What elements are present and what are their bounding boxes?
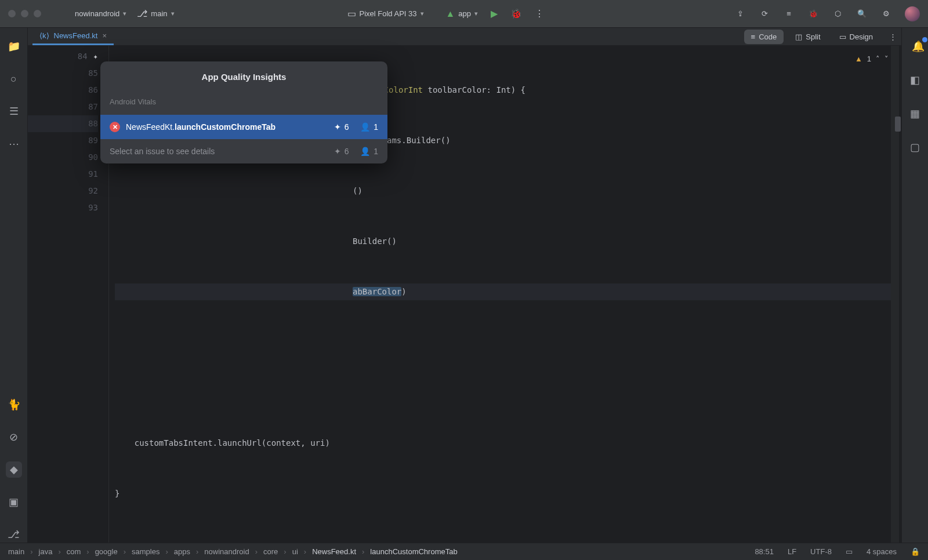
breadcrumb[interactable]: main›java›com›google›samples›apps›nowina… bbox=[8, 547, 458, 556]
breadcrumb-segment[interactable]: launchCustomChromeTab bbox=[370, 547, 457, 556]
warning-count: 1 bbox=[867, 50, 871, 67]
indent-setting[interactable]: 4 spaces bbox=[867, 547, 897, 556]
settings-gear-icon[interactable]: ⚙ bbox=[880, 8, 892, 20]
notification-badge bbox=[922, 37, 927, 42]
popup-issue-row[interactable]: ✕ NewsFeedKt.launchCustomChromeTab ✦6 👤1 bbox=[100, 115, 387, 139]
caret-position[interactable]: 88:51 bbox=[755, 547, 774, 556]
more-actions-icon[interactable]: ⋮ bbox=[535, 8, 544, 19]
breadcrumb-segment[interactable]: java bbox=[39, 547, 53, 556]
file-encoding[interactable]: UTF-8 bbox=[810, 547, 832, 556]
title-bar: nowinandroid ▾ ⎇ main ▾ ▭ Pixel Fold API… bbox=[0, 0, 928, 28]
line-separator[interactable]: LF bbox=[788, 547, 796, 556]
lock-icon[interactable]: 🔒 bbox=[911, 547, 920, 556]
device-selector[interactable]: ▭ Pixel Fold API 33 ▾ bbox=[347, 8, 424, 19]
breadcrumb-segment[interactable]: NewsFeed.kt bbox=[312, 547, 356, 556]
users-icon: 👤 bbox=[360, 143, 370, 160]
users-icon: 👤 bbox=[360, 119, 370, 136]
inspection-widget[interactable]: ▲ 1 ˄ ˅ bbox=[855, 50, 889, 67]
readonly-icon[interactable]: ▭ bbox=[846, 547, 853, 556]
project-tool-icon[interactable]: 📁 bbox=[6, 38, 22, 54]
next-highlight-icon[interactable]: ˅ bbox=[884, 50, 889, 67]
code-icon: ≡ bbox=[751, 32, 756, 41]
chevron-down-icon: ▾ bbox=[171, 10, 175, 17]
status-bar: main›java›com›google›samples›apps›nowina… bbox=[0, 543, 928, 560]
error-icon: ✕ bbox=[110, 122, 120, 132]
project-selector[interactable]: nowinandroid ▾ bbox=[75, 9, 126, 18]
split-icon: ◫ bbox=[795, 32, 802, 41]
events-icon: ✦ bbox=[334, 119, 341, 136]
project-name: nowinandroid bbox=[75, 9, 119, 18]
bookmarks-icon[interactable]: 🐈 bbox=[6, 397, 22, 413]
breadcrumb-segment[interactable]: google bbox=[95, 547, 118, 556]
file-tab-name: NewsFeed.kt bbox=[54, 31, 98, 40]
problems-icon[interactable]: ⊘ bbox=[6, 429, 22, 445]
version-control-icon[interactable]: ⎇ bbox=[6, 526, 22, 543]
insight-gutter-icon[interactable]: ✦ bbox=[93, 48, 98, 65]
window-controls bbox=[8, 10, 64, 17]
editor-scroll-thumb[interactable] bbox=[895, 117, 901, 132]
file-tab-newsfeed[interactable]: ⟨k⟩ NewsFeed.kt × bbox=[32, 28, 114, 45]
run-icon[interactable]: ▶ bbox=[491, 8, 498, 19]
main-area: ⟨k⟩ NewsFeed.kt × ≡Code ◫Split ▭Design ⋮… bbox=[28, 28, 901, 543]
more-tools-icon[interactable]: ⋯ bbox=[6, 136, 22, 152]
right-tool-strip: 🔔 ◧ ▦ ▢ bbox=[901, 28, 928, 543]
breadcrumb-segment[interactable]: apps bbox=[174, 547, 190, 556]
debug-tool-icon[interactable]: 🐞 bbox=[807, 8, 819, 20]
debug-icon[interactable]: 🐞 bbox=[510, 8, 522, 19]
branch-name: main bbox=[151, 9, 167, 18]
run-config-name: app bbox=[458, 9, 471, 18]
structure-tool-icon[interactable]: ☰ bbox=[6, 103, 22, 119]
chevron-down-icon: ▾ bbox=[123, 10, 126, 17]
breadcrumb-segment[interactable]: nowinandroid bbox=[204, 547, 249, 556]
insights-popup: App Quality Insights Android Vitals ✕ Ne… bbox=[100, 61, 387, 163]
user-avatar[interactable] bbox=[905, 6, 920, 21]
close-tab-icon[interactable]: × bbox=[102, 31, 107, 40]
prev-highlight-icon[interactable]: ˄ bbox=[876, 50, 880, 67]
editor-gutter: 84✦ 85 86 87 88 89 90 91 92 93 bbox=[28, 46, 109, 560]
more-tabs-icon[interactable]: ⋮ bbox=[889, 32, 897, 41]
notifications-icon[interactable]: 🔔 bbox=[910, 38, 926, 54]
breadcrumb-segment[interactable]: samples bbox=[132, 547, 160, 556]
terminal-icon[interactable]: ▣ bbox=[6, 494, 22, 510]
warning-icon: ▲ bbox=[855, 50, 862, 67]
close-dot[interactable] bbox=[8, 10, 16, 17]
build-icon[interactable]: ≡ bbox=[783, 8, 795, 20]
left-tool-strip: 📁 ○ ☰ ⋯ 🐈 ⊘ ◆ ▣ ⎇ bbox=[0, 28, 28, 543]
chevron-down-icon: ▾ bbox=[420, 10, 424, 17]
breadcrumb-segment[interactable]: ui bbox=[292, 547, 298, 556]
code-editor[interactable]: 84✦ 85 86 87 88 89 90 91 92 93 fun launc… bbox=[28, 46, 901, 560]
commit-tool-icon[interactable]: ○ bbox=[6, 71, 22, 87]
search-icon[interactable]: 🔍 bbox=[856, 8, 868, 20]
minimize-dot[interactable] bbox=[21, 10, 28, 17]
code-with-me-icon[interactable]: ⇪ bbox=[734, 8, 746, 20]
android-icon: ▲ bbox=[446, 9, 455, 19]
breadcrumb-segment[interactable]: com bbox=[67, 547, 81, 556]
breadcrumb-segment[interactable]: main bbox=[8, 547, 24, 556]
view-mode-code[interactable]: ≡Code bbox=[744, 30, 784, 44]
app-quality-icon[interactable]: ◆ bbox=[6, 461, 22, 478]
view-mode-split[interactable]: ◫Split bbox=[788, 30, 827, 44]
sync-icon[interactable]: ⟳ bbox=[759, 8, 770, 20]
chevron-down-icon: ▾ bbox=[474, 10, 478, 17]
design-icon: ▭ bbox=[839, 32, 846, 41]
popup-section-label: Android Vitals bbox=[100, 91, 387, 115]
emulator-icon[interactable]: ▢ bbox=[907, 139, 923, 155]
view-mode-design[interactable]: ▭Design bbox=[832, 30, 880, 44]
git-branch-selector[interactable]: ⎇ main ▾ bbox=[137, 8, 174, 19]
popup-hint-row: Select an issue to see details ✦6 👤1 bbox=[100, 139, 387, 163]
events-icon: ✦ bbox=[334, 143, 341, 160]
run-config-selector[interactable]: ▲ app ▾ bbox=[446, 9, 478, 19]
device-manager-icon[interactable]: ▦ bbox=[907, 106, 923, 122]
branch-icon: ⎇ bbox=[137, 8, 147, 19]
breadcrumb-segment[interactable]: core bbox=[263, 547, 278, 556]
gradle-icon[interactable]: ◧ bbox=[907, 72, 923, 88]
zoom-dot[interactable] bbox=[34, 10, 41, 17]
profile-icon[interactable]: ⬡ bbox=[832, 8, 843, 20]
view-mode-switch: ≡Code ◫Split ▭Design ⋮ bbox=[744, 30, 897, 44]
device-name: Pixel Fold API 33 bbox=[360, 9, 417, 18]
device-icon: ▭ bbox=[347, 8, 356, 19]
kotlin-file-icon: ⟨k⟩ bbox=[39, 31, 49, 40]
popup-title: App Quality Insights bbox=[100, 61, 387, 91]
editor-tab-row: ⟨k⟩ NewsFeed.kt × ≡Code ◫Split ▭Design ⋮ bbox=[28, 28, 901, 46]
